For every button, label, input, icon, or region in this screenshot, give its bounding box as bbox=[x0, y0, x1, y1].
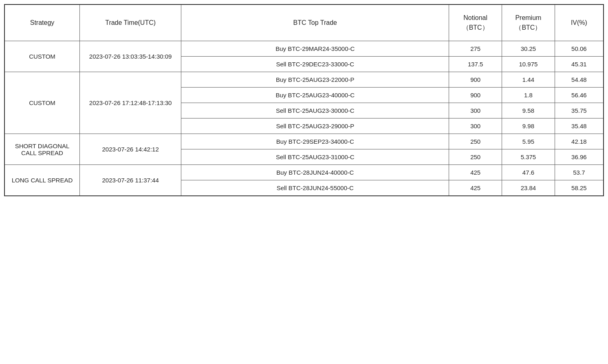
cell-iv: 50.06 bbox=[555, 41, 604, 57]
cell-premium: 23.84 bbox=[502, 180, 555, 196]
cell-btc-trade: Sell BTC-25AUG23-30000-C bbox=[181, 103, 449, 118]
cell-iv: 45.31 bbox=[555, 57, 604, 72]
cell-iv: 42.18 bbox=[555, 134, 604, 149]
cell-btc-trade: Sell BTC-25AUG23-29000-P bbox=[181, 118, 449, 134]
cell-iv: 36.96 bbox=[555, 149, 604, 165]
cell-premium: 47.6 bbox=[502, 165, 555, 180]
table-row: LONG CALL SPREAD2023-07-26 11:37:44Buy B… bbox=[4, 165, 604, 180]
cell-notional: 900 bbox=[449, 72, 502, 88]
cell-premium: 30.25 bbox=[502, 41, 555, 57]
cell-btc-trade: Sell BTC-25AUG23-31000-C bbox=[181, 149, 449, 165]
cell-premium: 10.975 bbox=[502, 57, 555, 72]
cell-premium: 9.98 bbox=[502, 118, 555, 134]
table-row: CUSTOM2023-07-26 13:03:35-14:30:09Buy BT… bbox=[4, 41, 604, 57]
header-btc-top-trade: BTC Top Trade bbox=[181, 4, 449, 41]
cell-notional: 137.5 bbox=[449, 57, 502, 72]
header-notional: Notional（BTC） bbox=[449, 4, 502, 41]
cell-iv: 35.75 bbox=[555, 103, 604, 118]
cell-notional: 250 bbox=[449, 134, 502, 149]
table-row: CUSTOM2023-07-26 17:12:48-17:13:30Buy BT… bbox=[4, 72, 604, 88]
cell-iv: 56.46 bbox=[555, 88, 604, 103]
cell-strategy: CUSTOM bbox=[4, 72, 80, 134]
cell-strategy: CUSTOM bbox=[4, 41, 80, 72]
header-strategy: Strategy bbox=[4, 4, 80, 41]
cell-trade-time: 2023-07-26 13:03:35-14:30:09 bbox=[80, 41, 181, 72]
cell-btc-trade: Buy BTC-29SEP23-34000-C bbox=[181, 134, 449, 149]
cell-premium: 1.44 bbox=[502, 72, 555, 88]
cell-btc-trade: Buy BTC-25AUG23-40000-C bbox=[181, 88, 449, 103]
cell-premium: 9.58 bbox=[502, 103, 555, 118]
cell-notional: 900 bbox=[449, 88, 502, 103]
main-container: Strategy Trade Time(UTC) BTC Top Trade N… bbox=[0, 0, 608, 364]
cell-iv: 54.48 bbox=[555, 72, 604, 88]
cell-btc-trade: Buy BTC-29MAR24-35000-C bbox=[181, 41, 449, 57]
header-iv: IV(%) bbox=[555, 4, 604, 41]
cell-trade-time: 2023-07-26 17:12:48-17:13:30 bbox=[80, 72, 181, 134]
table-row: SHORT DIAGONAL CALL SPREAD2023-07-26 14:… bbox=[4, 134, 604, 149]
cell-iv: 53.7 bbox=[555, 165, 604, 180]
cell-premium: 5.375 bbox=[502, 149, 555, 165]
cell-notional: 425 bbox=[449, 180, 502, 196]
cell-btc-trade: Buy BTC-28JUN24-40000-C bbox=[181, 165, 449, 180]
cell-iv: 35.48 bbox=[555, 118, 604, 134]
cell-notional: 250 bbox=[449, 149, 502, 165]
cell-notional: 275 bbox=[449, 41, 502, 57]
cell-trade-time: 2023-07-26 14:42:12 bbox=[80, 134, 181, 165]
cell-premium: 5.95 bbox=[502, 134, 555, 149]
cell-strategy: LONG CALL SPREAD bbox=[4, 165, 80, 196]
cell-notional: 300 bbox=[449, 118, 502, 134]
cell-notional: 300 bbox=[449, 103, 502, 118]
cell-notional: 425 bbox=[449, 165, 502, 180]
cell-iv: 58.25 bbox=[555, 180, 604, 196]
header-row: Strategy Trade Time(UTC) BTC Top Trade N… bbox=[4, 4, 604, 41]
cell-btc-trade: Buy BTC-25AUG23-22000-P bbox=[181, 72, 449, 88]
trades-table: Strategy Trade Time(UTC) BTC Top Trade N… bbox=[4, 4, 604, 196]
header-trade-time: Trade Time(UTC) bbox=[80, 4, 181, 41]
header-premium: Premium（BTC） bbox=[502, 4, 555, 41]
cell-btc-trade: Sell BTC-29DEC23-33000-C bbox=[181, 57, 449, 72]
cell-trade-time: 2023-07-26 11:37:44 bbox=[80, 165, 181, 196]
cell-btc-trade: Sell BTC-28JUN24-55000-C bbox=[181, 180, 449, 196]
cell-premium: 1.8 bbox=[502, 88, 555, 103]
cell-strategy: SHORT DIAGONAL CALL SPREAD bbox=[4, 134, 80, 165]
